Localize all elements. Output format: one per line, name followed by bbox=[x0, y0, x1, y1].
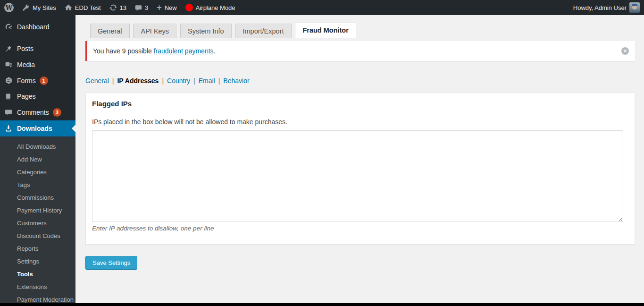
sidebar-item-media[interactable]: Media bbox=[0, 57, 75, 73]
home-icon bbox=[65, 4, 72, 11]
airplane-mode-label: Airplane Mode bbox=[196, 4, 235, 11]
airplane-mode-menu[interactable]: Airplane Mode bbox=[181, 0, 240, 15]
submenu-item-reports[interactable]: Reports bbox=[0, 242, 75, 255]
comments-menu[interactable]: 3 bbox=[131, 0, 152, 15]
subnav-separator: | bbox=[218, 77, 220, 85]
howdy-label: Howdy, Admin User bbox=[573, 4, 627, 11]
wordpress-logo-icon: W bbox=[4, 3, 14, 12]
sidebar-item-posts[interactable]: Posts bbox=[0, 41, 75, 57]
tab-api-keys[interactable]: API Keys bbox=[133, 24, 176, 38]
submenu-item-extensions[interactable]: Extensions bbox=[0, 280, 75, 293]
notice-text: You have 9 possible fraudulent payments. bbox=[93, 47, 614, 55]
sidebar-item-pages[interactable]: Pages bbox=[0, 88, 75, 104]
notice-prefix: You have 9 possible bbox=[93, 47, 154, 55]
downloads-submenu: All Downloads Add New Categories Tags Co… bbox=[0, 136, 75, 306]
sidebar-item-comments[interactable]: Comments 3 bbox=[0, 104, 75, 120]
admin-bar: W My Sites EDD Test 13 3 + New Airplane … bbox=[0, 0, 644, 15]
pin-icon bbox=[4, 45, 13, 52]
dismiss-notice-icon[interactable]: ✕ bbox=[621, 47, 629, 55]
flagged-ips-textarea[interactable] bbox=[92, 130, 623, 222]
comment-count: 3 bbox=[145, 4, 148, 11]
wordpress-logo-menu[interactable]: W bbox=[0, 0, 18, 15]
screen-bottom-strip bbox=[0, 303, 644, 306]
my-sites-label: My Sites bbox=[33, 4, 56, 11]
submenu-item-discount-codes[interactable]: Discount Codes bbox=[0, 230, 75, 242]
pages-icon bbox=[4, 93, 13, 100]
plus-icon: + bbox=[157, 3, 162, 13]
sidebar-item-label: Downloads bbox=[17, 125, 52, 132]
tab-fraud-monitor[interactable]: Fraud Monitor bbox=[295, 23, 356, 38]
subnav-link-email[interactable]: Email bbox=[199, 77, 215, 85]
submenu-item-all-downloads[interactable]: All Downloads bbox=[0, 140, 75, 153]
sidebar-item-forms[interactable]: Forms 1 bbox=[0, 73, 75, 89]
updates-icon bbox=[109, 4, 117, 11]
submenu-item-settings[interactable]: Settings bbox=[0, 255, 75, 268]
sidebar-item-label: Dashboard bbox=[17, 23, 50, 31]
comments-icon bbox=[4, 109, 13, 116]
download-icon bbox=[4, 125, 13, 132]
panel-description: IPs placed in the box below will not be … bbox=[92, 118, 628, 126]
airplane-mode-indicator-icon bbox=[185, 4, 193, 11]
tab-system-info[interactable]: System Info bbox=[180, 24, 232, 38]
sidebar-item-downloads[interactable]: Downloads bbox=[0, 120, 75, 136]
updates-menu[interactable]: 13 bbox=[105, 0, 131, 15]
forms-badge: 1 bbox=[40, 76, 48, 85]
sidebar-item-label: Media bbox=[17, 61, 35, 68]
subnav-separator: | bbox=[162, 77, 164, 85]
subnav-link-general[interactable]: General bbox=[85, 77, 109, 85]
submenu-item-tools[interactable]: Tools bbox=[0, 268, 75, 280]
new-label: New bbox=[165, 4, 177, 11]
network-key-icon bbox=[22, 4, 30, 11]
comments-bubble-icon bbox=[135, 4, 142, 11]
fraud-monitor-subnav: General|IP Addresses|Country|Email|Behav… bbox=[85, 77, 635, 85]
submenu-item-categories[interactable]: Categories bbox=[0, 166, 75, 178]
submenu-item-customers[interactable]: Customers bbox=[0, 217, 75, 230]
save-settings-button[interactable]: Save Settings bbox=[85, 256, 137, 270]
dashboard-icon bbox=[4, 23, 13, 31]
tab-general[interactable]: General bbox=[90, 24, 130, 38]
admin-sidebar: Dashboard Posts Media Forms 1 Pages bbox=[0, 15, 75, 306]
submenu-item-payment-history[interactable]: Payment History bbox=[0, 204, 75, 217]
site-name-label: EDD Test bbox=[75, 4, 101, 11]
textarea-hint: Enter IP addresses to disallow, one per … bbox=[92, 225, 628, 232]
flagged-ips-panel: Flagged IPs IPs placed in the box below … bbox=[85, 93, 635, 245]
panel-title: Flagged IPs bbox=[92, 98, 628, 110]
subnav-link-ip-addresses[interactable]: IP Addresses bbox=[117, 77, 159, 85]
avatar bbox=[629, 2, 640, 13]
main-content: General API Keys System Info Import/Expo… bbox=[75, 15, 644, 306]
update-count: 13 bbox=[120, 4, 126, 11]
site-menu[interactable]: EDD Test bbox=[60, 0, 105, 15]
fraudulent-payments-link[interactable]: fraudulent payments bbox=[154, 47, 214, 55]
account-menu[interactable]: Howdy, Admin User bbox=[569, 2, 644, 13]
sidebar-item-label: Forms bbox=[17, 77, 36, 85]
sidebar-item-label: Pages bbox=[17, 93, 36, 100]
my-sites-menu[interactable]: My Sites bbox=[18, 0, 60, 15]
sidebar-item-dashboard[interactable]: Dashboard bbox=[0, 19, 75, 35]
tab-import-export[interactable]: Import/Export bbox=[235, 24, 291, 38]
subnav-separator: | bbox=[193, 77, 195, 85]
new-content-menu[interactable]: + New bbox=[152, 0, 181, 15]
submenu-item-add-new[interactable]: Add New bbox=[0, 153, 75, 166]
comments-badge: 3 bbox=[53, 108, 61, 117]
forms-icon bbox=[4, 76, 13, 85]
subnav-link-country[interactable]: Country bbox=[167, 77, 190, 85]
subnav-link-behavior[interactable]: Behavior bbox=[223, 77, 249, 85]
sidebar-item-label: Comments bbox=[17, 109, 49, 116]
sidebar-item-label: Posts bbox=[17, 45, 33, 52]
fraud-notice: You have 9 possible fraudulent payments.… bbox=[85, 41, 635, 61]
settings-tab-bar: General API Keys System Info Import/Expo… bbox=[85, 23, 635, 38]
submenu-item-tags[interactable]: Tags bbox=[0, 178, 75, 191]
media-icon bbox=[4, 61, 13, 68]
notice-suffix: . bbox=[214, 47, 216, 55]
submenu-item-commissions[interactable]: Commissions bbox=[0, 191, 75, 204]
subnav-separator: | bbox=[112, 77, 114, 85]
